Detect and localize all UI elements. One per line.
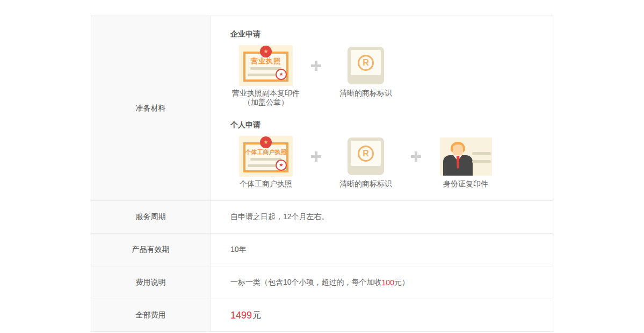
materials-section-enterprise: 企业申请 ★ 营业执照 ★	[230, 29, 553, 107]
row-label-fee-note: 费用说明	[91, 266, 211, 299]
table-row-total-price: 全部费用 1499元	[91, 299, 553, 331]
fee-surcharge-amount: 100	[382, 278, 394, 287]
id-card-icon	[440, 137, 492, 176]
row-label-validity: 产品有效期	[91, 234, 211, 266]
license-text-line	[250, 158, 281, 161]
material-item-id-card: 身份证复印件	[430, 136, 501, 189]
material-item-label: 身份证复印件	[443, 179, 488, 189]
table-row-validity: 产品有效期 10年	[91, 234, 553, 266]
materials-content: 企业申请 ★ 营业执照 ★	[211, 16, 553, 200]
materials-items-row: ★ 个体工商户执照 ★ 个体工商户执照	[230, 136, 553, 189]
validity-value: 10年	[211, 234, 553, 266]
license-title-text: 个体工商户执照	[239, 148, 293, 156]
person-face	[453, 144, 463, 156]
row-label-service-period: 服务周期	[91, 201, 211, 233]
fee-note-value: 一标一类（包含10个小项，超过的，每个加收100元）	[211, 266, 553, 299]
total-price-value: 1499元	[211, 299, 553, 331]
license-title-text: 营业执照	[239, 56, 293, 66]
national-emblem-icon: ★	[260, 136, 272, 148]
registered-r-glyph: R	[358, 55, 374, 71]
id-card-text-line	[472, 152, 491, 155]
red-seal-icon: ★	[276, 69, 287, 80]
section-title-individual: 个人申请	[230, 120, 553, 129]
material-item-label: 个体工商户执照	[240, 179, 292, 189]
material-item-business-license: ★ 个体工商户执照 ★ 个体工商户执照	[230, 136, 301, 189]
material-item-business-license: ★ 营业执照 ★ 营业执照副本复印件 （加盖公章）	[230, 45, 301, 107]
registered-r-glyph: R	[358, 146, 374, 162]
price-amount: 1499	[230, 310, 252, 321]
material-item-label: 营业执照副本复印件 （加盖公章）	[232, 89, 300, 107]
trademark-r-icon: R	[348, 137, 384, 175]
material-item-trademark: R 清晰的商标标识	[330, 136, 401, 189]
materials-section-individual: 个人申请 ★ 个体工商户执照 ★	[230, 120, 553, 189]
plus-icon	[409, 136, 422, 177]
row-label-materials: 准备材料	[91, 16, 211, 200]
national-emblem-icon: ★	[260, 46, 272, 57]
plus-icon	[309, 136, 322, 177]
red-seal-icon: ★	[276, 160, 287, 171]
section-title-enterprise: 企业申请	[230, 29, 553, 39]
trademark-r-icon: R	[348, 47, 384, 84]
table-row-service-period: 服务周期 自申请之日起，12个月左右。	[91, 201, 553, 234]
product-spec-table: 准备材料 企业申请 ★ 营业执照 ★	[91, 16, 553, 332]
material-item-trademark: R 清晰的商标标识	[330, 45, 401, 98]
row-label-total-price: 全部费用	[91, 299, 211, 331]
license-text-line	[250, 67, 281, 70]
table-row-fee-note: 费用说明 一标一类（包含10个小项，超过的，每个加收100元）	[91, 266, 553, 299]
service-period-value: 自申请之日起，12个月左右。	[211, 201, 553, 233]
material-item-label: 清晰的商标标识	[339, 179, 392, 189]
materials-items-row: ★ 营业执照 ★ 营业执照副本复印件 （加盖公章）	[230, 45, 553, 107]
table-row-materials: 准备材料 企业申请 ★ 营业执照 ★	[91, 16, 553, 201]
material-item-label: 清晰的商标标识	[339, 89, 392, 98]
business-license-icon: ★ 营业执照 ★	[239, 45, 293, 86]
business-license-icon: ★ 个体工商户执照 ★	[239, 136, 293, 177]
id-card-text-line	[472, 160, 491, 163]
price-unit: 元	[252, 310, 261, 321]
plus-icon	[309, 45, 322, 86]
